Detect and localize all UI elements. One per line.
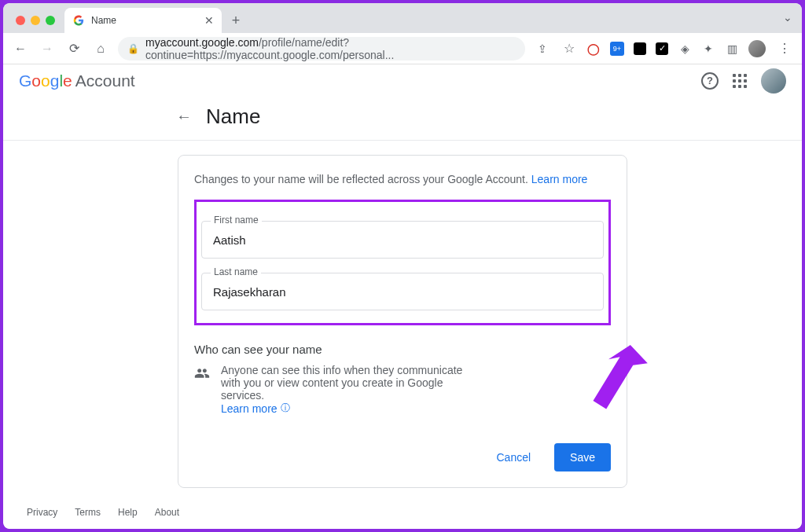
browser-tab[interactable]: Name ✕ — [64, 8, 222, 33]
close-window-icon[interactable] — [16, 16, 25, 25]
visibility-row: Anyone can see this info when they commu… — [194, 364, 611, 415]
forward-button[interactable]: → — [38, 39, 57, 58]
google-account-logo[interactable]: Google Account — [19, 72, 135, 90]
window-controls — [9, 16, 61, 33]
footer-privacy-link[interactable]: Privacy — [27, 507, 57, 518]
extension-icon-3[interactable]: ◈ — [678, 42, 692, 56]
back-button[interactable]: ← — [11, 39, 30, 58]
tab-title: Name — [91, 15, 116, 26]
page-title-row: ← Name — [3, 97, 802, 141]
visibility-learn-more-link[interactable]: Learn more ⓘ — [221, 402, 290, 415]
extension-icon-translate[interactable]: 9+ — [610, 42, 624, 56]
first-name-field-wrap: First name — [201, 221, 604, 259]
google-account-header: Google Account ? — [3, 64, 802, 97]
footer-about-link[interactable]: About — [155, 507, 179, 518]
browser-menu-icon[interactable]: ⋮ — [775, 39, 794, 58]
people-icon — [194, 365, 210, 385]
cancel-button[interactable]: Cancel — [480, 443, 546, 471]
back-arrow-icon[interactable]: ← — [176, 108, 192, 126]
last-name-label: Last name — [211, 266, 261, 277]
google-apps-icon[interactable] — [733, 74, 747, 88]
save-button[interactable]: Save — [554, 443, 611, 471]
extensions-menu-icon[interactable]: ✦ — [701, 42, 715, 56]
minimize-window-icon[interactable] — [31, 16, 40, 25]
tab-strip: Name ✕ + ⌄ — [3, 3, 802, 33]
form-actions: Cancel Save — [194, 443, 611, 471]
extension-icon-2[interactable]: ✓ — [656, 42, 668, 55]
inputs-highlight: First name Last name — [194, 200, 611, 325]
page-title: Name — [206, 105, 260, 129]
header-account-text: Account — [75, 72, 135, 90]
share-icon[interactable]: ⇪ — [533, 39, 552, 58]
account-avatar-icon[interactable] — [761, 68, 786, 94]
new-tab-button[interactable]: + — [225, 9, 247, 31]
home-button[interactable]: ⌂ — [91, 39, 110, 58]
last-name-input[interactable] — [201, 273, 604, 310]
first-name-label: First name — [211, 215, 262, 226]
notice-learn-more-link[interactable]: Learn more — [531, 173, 588, 185]
notice-text: Changes to your name will be reflected a… — [194, 173, 611, 185]
maximize-window-icon[interactable] — [46, 16, 55, 25]
visibility-title: Who can see your name — [194, 343, 611, 356]
extension-icon-adblock[interactable]: ◯ — [586, 42, 601, 56]
footer-help-link[interactable]: Help — [118, 507, 138, 518]
google-favicon-icon — [72, 14, 85, 27]
address-bar[interactable]: 🔒 myaccount.google.com/profile/name/edit… — [118, 37, 525, 61]
visibility-text: Anyone can see this info when they commu… — [221, 364, 462, 402]
extension-icon-1[interactable] — [634, 42, 646, 55]
page-content: Google Account ? ← Name Changes to your … — [3, 64, 802, 529]
url-domain: myaccount.google.com — [145, 36, 259, 49]
first-name-input[interactable] — [201, 221, 604, 259]
lock-icon: 🔒 — [127, 43, 139, 54]
bookmark-icon[interactable]: ☆ — [560, 39, 579, 58]
profile-avatar-icon[interactable] — [748, 40, 766, 57]
info-icon: ⓘ — [281, 402, 290, 415]
footer-terms-link[interactable]: Terms — [75, 507, 101, 518]
footer-links: Privacy Terms Help About — [3, 496, 802, 529]
help-icon[interactable]: ? — [701, 72, 719, 90]
reload-button[interactable]: ⟳ — [64, 39, 83, 58]
browser-toolbar: ← → ⟳ ⌂ 🔒 myaccount.google.com/profile/n… — [3, 33, 802, 64]
sidepanel-icon[interactable]: ▥ — [725, 42, 739, 56]
tabs-overflow-icon[interactable]: ⌄ — [783, 11, 792, 24]
last-name-field-wrap: Last name — [201, 273, 604, 310]
name-edit-card: Changes to your name will be reflected a… — [178, 155, 627, 488]
close-tab-icon[interactable]: ✕ — [204, 14, 214, 27]
